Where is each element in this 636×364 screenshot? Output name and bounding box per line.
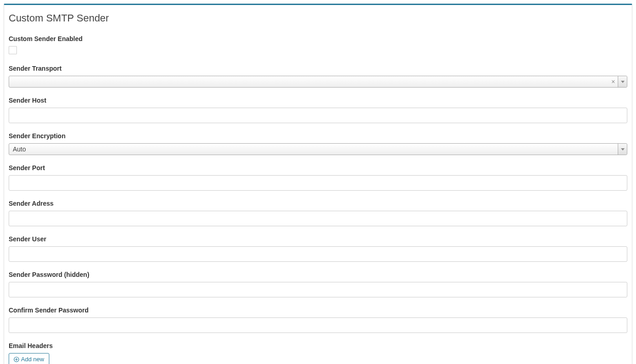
field-enabled: Custom Sender Enabled: [9, 35, 627, 56]
checkbox-enabled[interactable]: [9, 46, 17, 54]
chevron-down-icon[interactable]: [618, 76, 627, 87]
label-encryption: Sender Encryption: [9, 132, 627, 140]
label-user: Sender User: [9, 235, 627, 243]
field-port: Sender Port: [9, 164, 627, 191]
label-password: Sender Password (hidden): [9, 271, 627, 278]
panel-title: Custom SMTP Sender: [9, 12, 627, 24]
smtp-sender-panel: Custom SMTP Sender Custom Sender Enabled…: [4, 4, 632, 364]
input-port[interactable]: [9, 175, 627, 191]
label-port: Sender Port: [9, 164, 627, 172]
field-headers: Email Headers Add new: [9, 342, 627, 364]
field-host: Sender Host: [9, 97, 627, 123]
label-enabled: Custom Sender Enabled: [9, 35, 627, 42]
input-host[interactable]: [9, 108, 627, 123]
select-encryption[interactable]: Auto: [9, 143, 627, 155]
label-address: Sender Adress: [9, 200, 627, 207]
field-user: Sender User: [9, 235, 627, 262]
chevron-down-icon[interactable]: [618, 144, 627, 155]
select-encryption-value: Auto: [9, 146, 618, 153]
add-new-label: Add new: [21, 356, 44, 363]
label-transport: Sender Transport: [9, 65, 627, 72]
input-user[interactable]: [9, 246, 627, 262]
input-password[interactable]: [9, 282, 627, 297]
field-encryption: Sender Encryption Auto: [9, 132, 627, 155]
input-confirm-password[interactable]: [9, 317, 627, 333]
label-host: Sender Host: [9, 97, 627, 104]
label-headers: Email Headers: [9, 342, 627, 349]
clear-icon[interactable]: ×: [609, 78, 618, 85]
field-confirm-password: Confirm Sender Password: [9, 307, 627, 333]
select-transport[interactable]: ×: [9, 76, 627, 88]
add-new-button[interactable]: Add new: [9, 353, 49, 364]
field-password: Sender Password (hidden): [9, 271, 627, 297]
input-address[interactable]: [9, 211, 627, 226]
plus-icon: [14, 357, 19, 362]
field-transport: Sender Transport ×: [9, 65, 627, 88]
field-address: Sender Adress: [9, 200, 627, 226]
label-confirm-password: Confirm Sender Password: [9, 307, 627, 314]
